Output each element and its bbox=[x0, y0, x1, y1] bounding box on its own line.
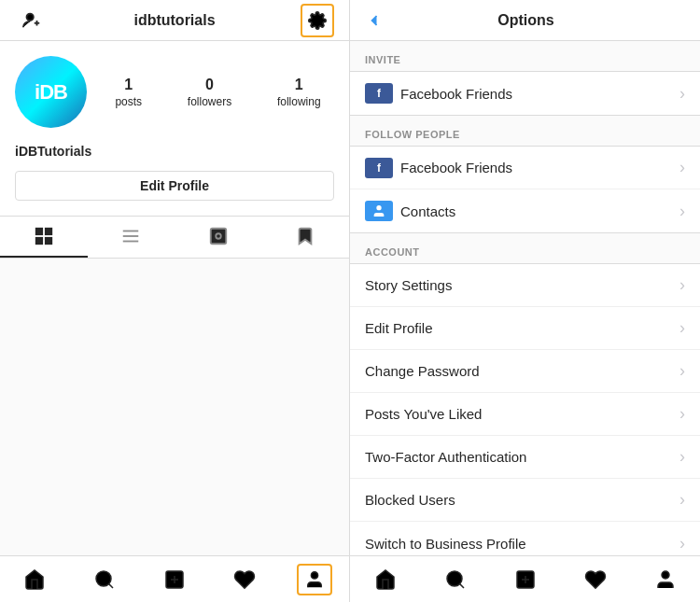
profile-section: iDB 1 posts 0 followers 1 following bbox=[0, 41, 349, 143]
chevron-right-icon-8: › bbox=[679, 447, 685, 467]
posts-liked-label: Posts You've Liked bbox=[365, 406, 679, 422]
chevron-right-icon-7: › bbox=[679, 404, 685, 424]
follow-section-label: FOLLOW PEOPLE bbox=[350, 116, 700, 146]
svg-rect-5 bbox=[46, 229, 51, 234]
svg-point-12 bbox=[216, 233, 221, 239]
right-nav-home[interactable] bbox=[350, 556, 420, 602]
invite-section-label: INVITE bbox=[350, 41, 700, 71]
posts-count: 1 bbox=[124, 77, 133, 93]
chevron-right-icon-3: › bbox=[679, 202, 685, 221]
posts-liked-row[interactable]: Posts You've Liked › bbox=[350, 393, 700, 436]
chevron-right-icon-9: › bbox=[679, 490, 685, 510]
svg-point-25 bbox=[662, 571, 669, 579]
fb-friends-invite-label: Facebook Friends bbox=[400, 86, 679, 102]
facebook-icon: f bbox=[365, 83, 393, 104]
edit-profile-button[interactable]: Edit Profile bbox=[15, 171, 334, 201]
options-list: INVITE f Facebook Friends › FOLLOW PEOPL… bbox=[350, 41, 700, 555]
avatar-text: iDB bbox=[35, 80, 67, 105]
chevron-right-icon-4: › bbox=[679, 275, 685, 295]
following-label: following bbox=[277, 95, 321, 108]
contacts-icon bbox=[365, 201, 393, 221]
right-nav-search[interactable] bbox=[420, 556, 490, 602]
right-nav-profile[interactable] bbox=[630, 556, 700, 602]
posts-label: posts bbox=[115, 95, 142, 108]
options-title: Options bbox=[395, 12, 657, 29]
following-stat[interactable]: 1 following bbox=[277, 77, 321, 108]
blocked-users-row[interactable]: Blocked Users › bbox=[350, 479, 700, 522]
grid-content bbox=[0, 259, 349, 555]
chevron-right-icon-2: › bbox=[679, 158, 685, 177]
followers-label: followers bbox=[188, 95, 231, 108]
nav-profile[interactable] bbox=[279, 556, 349, 602]
left-header: idbtutorials bbox=[0, 0, 349, 41]
tab-saved[interactable] bbox=[262, 217, 350, 258]
svg-point-18 bbox=[311, 571, 317, 578]
change-password-label: Change Password bbox=[365, 363, 679, 379]
back-button[interactable] bbox=[365, 11, 384, 30]
followers-count: 0 bbox=[205, 77, 214, 93]
switch-business-row[interactable]: Switch to Business Profile › bbox=[350, 522, 700, 555]
two-factor-row[interactable]: Two-Factor Authentication › bbox=[350, 436, 700, 479]
fb-friends-follow-row[interactable]: f Facebook Friends › bbox=[350, 147, 700, 189]
edit-profile-label: Edit Profile bbox=[365, 320, 679, 336]
switch-business-label: Switch to Business Profile bbox=[365, 536, 679, 552]
left-panel: idbtutorials iDB 1 posts 0 followers 1 f… bbox=[0, 0, 350, 602]
chevron-right-icon: › bbox=[679, 84, 685, 104]
right-header: Options bbox=[350, 0, 700, 41]
chevron-right-icon-10: › bbox=[679, 534, 685, 553]
full-username: iDBTutorials bbox=[15, 144, 91, 159]
svg-point-20 bbox=[447, 571, 462, 586]
left-bottom-nav bbox=[0, 555, 349, 602]
edit-profile-row[interactable]: Edit Profile › bbox=[350, 307, 700, 350]
settings-button[interactable] bbox=[301, 4, 334, 37]
svg-point-19 bbox=[376, 205, 381, 210]
svg-line-21 bbox=[459, 583, 463, 587]
nav-home[interactable] bbox=[0, 556, 70, 602]
content-tabs bbox=[0, 216, 349, 259]
svg-rect-4 bbox=[36, 229, 42, 234]
svg-point-13 bbox=[96, 571, 111, 586]
fb-friends-invite-row[interactable]: f Facebook Friends › bbox=[350, 72, 700, 115]
change-password-row[interactable]: Change Password › bbox=[350, 350, 700, 393]
story-settings-label: Story Settings bbox=[365, 277, 679, 293]
nav-add[interactable] bbox=[140, 556, 210, 602]
fb-friends-follow-label: Facebook Friends bbox=[400, 160, 679, 175]
svg-point-0 bbox=[27, 13, 34, 20]
svg-rect-6 bbox=[36, 238, 42, 244]
right-nav-add[interactable] bbox=[490, 556, 560, 602]
tab-grid[interactable] bbox=[0, 217, 88, 258]
tab-tagged[interactable] bbox=[175, 217, 262, 258]
add-user-button[interactable] bbox=[15, 4, 49, 37]
account-section-label: ACCOUNT bbox=[350, 233, 700, 263]
username-section: iDBTutorials bbox=[0, 143, 349, 171]
svg-line-14 bbox=[109, 583, 113, 587]
nav-search[interactable] bbox=[70, 556, 140, 602]
posts-stat[interactable]: 1 posts bbox=[115, 77, 142, 108]
avatar: iDB bbox=[15, 56, 87, 128]
invite-group: f Facebook Friends › bbox=[350, 71, 700, 116]
right-panel: Options INVITE f Facebook Friends › FOLL… bbox=[350, 0, 700, 602]
facebook-icon-2: f bbox=[365, 158, 393, 178]
chevron-right-icon-5: › bbox=[679, 318, 685, 338]
tab-list[interactable] bbox=[88, 217, 175, 258]
chevron-right-icon-6: › bbox=[679, 361, 685, 381]
follow-group: f Facebook Friends › Contacts › bbox=[350, 146, 700, 233]
right-bottom-nav bbox=[350, 555, 700, 602]
nav-heart[interactable] bbox=[209, 556, 279, 602]
profile-username: idbtutorials bbox=[49, 12, 301, 29]
blocked-users-label: Blocked Users bbox=[365, 492, 679, 508]
stats-row: 1 posts 0 followers 1 following bbox=[102, 77, 334, 108]
contacts-row[interactable]: Contacts › bbox=[350, 189, 700, 232]
story-settings-row[interactable]: Story Settings › bbox=[350, 264, 700, 307]
two-factor-label: Two-Factor Authentication bbox=[365, 449, 679, 465]
svg-rect-7 bbox=[46, 238, 51, 244]
right-nav-heart[interactable] bbox=[560, 556, 630, 602]
following-count: 1 bbox=[295, 77, 303, 93]
account-group: Story Settings › Edit Profile › Change P… bbox=[350, 263, 700, 555]
contacts-label: Contacts bbox=[400, 203, 679, 219]
followers-stat[interactable]: 0 followers bbox=[188, 77, 231, 108]
